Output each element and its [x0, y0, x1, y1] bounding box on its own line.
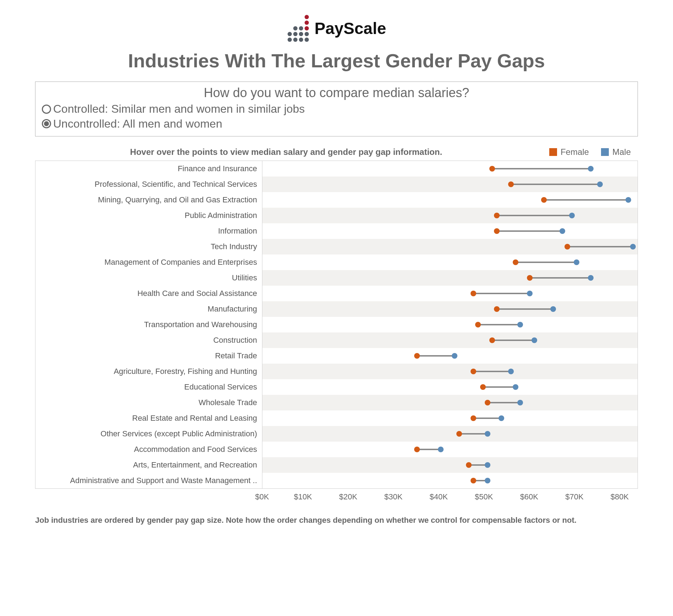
row-plot [262, 410, 638, 426]
chart-row: Accommodation and Food Services [35, 442, 638, 457]
chart-row: Agriculture, Forestry, Fishing and Hunti… [35, 364, 638, 379]
connector-line [417, 449, 440, 450]
row-plot [262, 426, 638, 442]
male-marker[interactable] [532, 337, 537, 343]
female-marker[interactable] [471, 415, 476, 421]
connector-line [497, 230, 562, 232]
male-marker[interactable] [560, 228, 565, 234]
row-plot [262, 395, 638, 410]
radio-icon [42, 119, 51, 128]
female-marker[interactable] [414, 447, 420, 452]
chart-row: Mining, Quarrying, and Oil and Gas Extra… [35, 192, 638, 208]
radio-uncontrolled[interactable]: Uncontrolled: All men and women [42, 117, 631, 131]
row-label: Accommodation and Food Services [35, 442, 262, 457]
connector-line [478, 324, 520, 325]
row-label: Finance and Insurance [35, 161, 262, 177]
male-marker[interactable] [485, 431, 490, 437]
axis-tick: $50K [475, 492, 493, 502]
logo-dots-icon [287, 14, 310, 43]
male-marker[interactable] [517, 322, 523, 327]
row-label: Health Care and Social Assistance [35, 286, 262, 301]
female-marker[interactable] [527, 275, 533, 281]
male-marker[interactable] [588, 275, 594, 281]
chart-row: Educational Services [35, 379, 638, 395]
male-marker[interactable] [508, 369, 514, 374]
female-marker[interactable] [414, 353, 420, 359]
connector-line [473, 371, 511, 372]
logo: PayScale [35, 14, 638, 43]
female-marker[interactable] [456, 431, 462, 437]
axis-tick: $0K [255, 492, 269, 502]
axis-tick: $30K [384, 492, 402, 502]
row-plot [262, 317, 638, 332]
female-marker[interactable] [466, 462, 472, 468]
male-marker[interactable] [438, 447, 444, 452]
row-plot [262, 286, 638, 301]
chart-row: Wholesale Trade [35, 395, 638, 410]
radio-controlled[interactable]: Controlled: Similar men and women in sim… [42, 102, 631, 117]
axis-tick: $60K [520, 492, 538, 502]
female-marker[interactable] [489, 166, 495, 172]
male-marker[interactable] [485, 478, 490, 483]
male-marker[interactable] [513, 384, 518, 390]
chart-row: Utilities [35, 270, 638, 286]
male-marker[interactable] [499, 415, 504, 421]
row-plot [262, 161, 638, 177]
chart-row: Transportation and Warehousing [35, 317, 638, 332]
footnote: Job industries are ordered by gender pay… [35, 516, 638, 525]
chart-row: Construction [35, 332, 638, 348]
chart-row: Other Services (except Public Administra… [35, 426, 638, 442]
female-marker[interactable] [489, 337, 495, 343]
axis-tick: $20K [339, 492, 357, 502]
female-marker[interactable] [508, 181, 514, 187]
row-label: Educational Services [35, 379, 262, 395]
female-marker[interactable] [485, 400, 490, 405]
female-marker[interactable] [475, 322, 481, 327]
connector-line [473, 418, 501, 419]
row-plot [262, 270, 638, 286]
male-marker[interactable] [625, 197, 631, 203]
connector-line [459, 433, 487, 435]
male-marker[interactable] [569, 213, 575, 218]
female-marker[interactable] [513, 259, 518, 265]
male-marker[interactable] [550, 306, 556, 312]
chart-row: Management of Companies and Enterprises [35, 254, 638, 270]
female-marker[interactable] [471, 478, 476, 483]
male-marker[interactable] [527, 291, 533, 296]
row-plot [262, 473, 638, 488]
row-plot [262, 379, 638, 395]
connector-line [511, 184, 600, 185]
radio-label: Uncontrolled: All men and women [53, 117, 222, 131]
row-label: Real Estate and Rental and Leasing [35, 410, 262, 426]
chart-row: Real Estate and Rental and Leasing [35, 410, 638, 426]
male-marker[interactable] [452, 353, 457, 359]
female-marker[interactable] [541, 197, 547, 203]
row-plot [262, 223, 638, 239]
connector-line [497, 308, 553, 310]
female-marker[interactable] [471, 291, 476, 296]
chart-row: Retail Trade [35, 348, 638, 364]
female-marker[interactable] [471, 369, 476, 374]
female-marker[interactable] [564, 244, 570, 250]
female-marker[interactable] [494, 228, 500, 234]
male-marker[interactable] [630, 244, 636, 250]
radio-label: Controlled: Similar men and women in sim… [53, 102, 305, 117]
male-marker[interactable] [517, 400, 523, 405]
row-plot [262, 332, 638, 348]
axis-tick: $10K [294, 492, 312, 502]
connector-line [497, 215, 572, 216]
options-panel: How do you want to compare median salari… [35, 82, 638, 136]
male-marker[interactable] [588, 166, 594, 172]
connector-line [516, 262, 577, 263]
male-marker[interactable] [597, 181, 603, 187]
row-label: Management of Companies and Enterprises [35, 254, 262, 270]
row-label: Public Administration [35, 208, 262, 223]
male-marker[interactable] [485, 462, 490, 468]
row-label: Retail Trade [35, 348, 262, 364]
female-marker[interactable] [480, 384, 486, 390]
female-marker[interactable] [494, 306, 500, 312]
row-label: Administrative and Support and Waste Man… [35, 473, 262, 488]
male-marker[interactable] [574, 259, 579, 265]
female-marker[interactable] [494, 213, 500, 218]
logo-text: PayScale [315, 19, 386, 38]
